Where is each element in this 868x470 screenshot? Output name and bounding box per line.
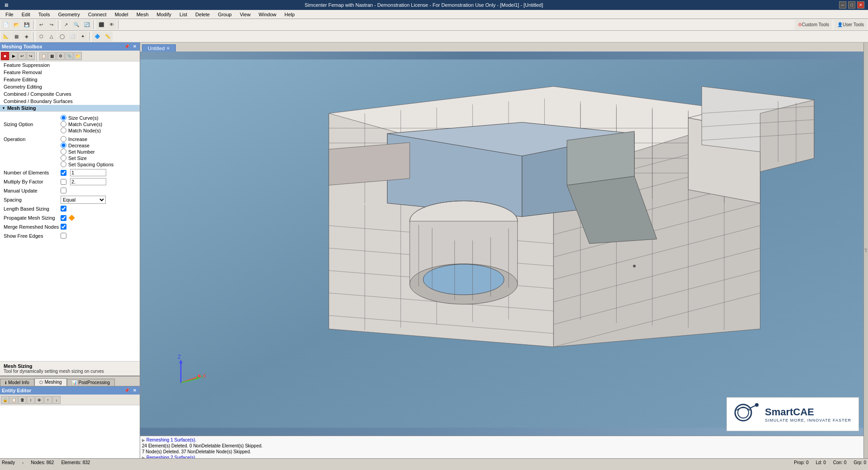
merge-nodes-checkbox[interactable]	[61, 224, 66, 230]
postprocessing-tab[interactable]: 📊 PostProcessing	[67, 379, 115, 386]
tb2-btn4[interactable]: ⬡	[36, 32, 46, 42]
menu-item-modify[interactable]: Modify	[153, 11, 175, 18]
toolbox-btn3[interactable]: ↪	[27, 52, 35, 60]
tree-item-feature-removal[interactable]: Feature Removal	[0, 69, 140, 76]
tb2-btn6[interactable]: ◯	[57, 32, 67, 42]
panel-pin-button[interactable]: 📌	[123, 44, 131, 49]
new-button[interactable]: 📄	[1, 20, 11, 30]
viewport-tab-untitled[interactable]: Untitled ✕	[142, 44, 176, 52]
num-elements-input[interactable]	[70, 169, 106, 176]
user-tools-button[interactable]: 👤 User Tools	[834, 20, 867, 30]
minimize-button[interactable]: ─	[839, 1, 846, 9]
info-description: Tool for dynamically setting mesh sizing…	[4, 369, 136, 374]
entity-editor-close[interactable]: ✕	[132, 388, 138, 393]
save-button[interactable]: 💾	[22, 20, 32, 30]
multiply-factor-input[interactable]	[70, 178, 106, 185]
select-button[interactable]: ↗	[61, 20, 71, 30]
svg-marker-57	[567, 132, 634, 185]
view-button[interactable]: 👁	[107, 20, 117, 30]
decrease-radio[interactable]	[61, 142, 66, 148]
menu-item-connect[interactable]: Connect	[85, 11, 110, 18]
menu-item-model[interactable]: Model	[111, 11, 132, 18]
manual-update-checkbox[interactable]	[61, 188, 66, 193]
tree-item-feature-suppression[interactable]: Feature Suppression	[0, 61, 140, 69]
menu-item-window[interactable]: Window	[255, 11, 280, 18]
propagate-checkbox[interactable]	[61, 215, 66, 221]
maximize-button[interactable]: □	[848, 1, 855, 9]
menu-item-tools[interactable]: Tools	[35, 11, 54, 18]
increase-radio[interactable]	[61, 136, 66, 142]
output-line-3: 7 Node(s) Deleted. 37 NonDeletable Node(…	[142, 449, 862, 455]
undo-button[interactable]: ↩	[36, 20, 46, 30]
tree-item-composite-curves[interactable]: Combined / Composite Curves	[0, 90, 140, 98]
tb2-btn10[interactable]: 📏	[103, 32, 113, 42]
mesh-sizing-section-header[interactable]: Mesh Sizing	[0, 105, 140, 111]
separator-4	[118, 20, 120, 29]
open-button[interactable]: 📂	[11, 20, 21, 30]
spacing-select[interactable]: Equal Unequal	[61, 196, 106, 204]
mesh-button[interactable]: ⬛	[96, 20, 106, 30]
size-curve-radio[interactable]	[61, 115, 66, 121]
status-ready: Ready	[2, 460, 15, 465]
tab-close-icon[interactable]: ✕	[166, 46, 170, 51]
ee-up-btn[interactable]: ↑	[44, 396, 52, 404]
multiply-factor-checkbox[interactable]	[61, 179, 66, 185]
ee-lock-btn[interactable]: 🔒	[1, 396, 9, 404]
ee-sort-btn[interactable]: ↕	[27, 396, 35, 404]
panel-close-button[interactable]: ✕	[132, 44, 138, 49]
tb2-btn3[interactable]: ◈	[22, 32, 32, 42]
redo-button[interactable]: ↪	[47, 20, 57, 30]
custom-tools-button[interactable]: ⚙ Custom Tools	[795, 20, 832, 30]
rotate-button[interactable]: 🔄	[82, 20, 92, 30]
toolbox-btn1[interactable]: ▶	[9, 52, 18, 60]
toolbox-btn8[interactable]: 📁	[74, 52, 82, 60]
menu-item-list[interactable]: List	[176, 11, 191, 18]
length-based-checkbox[interactable]	[61, 206, 66, 212]
toolbox-btn7[interactable]: 📎	[65, 52, 73, 60]
multiply-factor-value-group	[61, 178, 138, 185]
close-button[interactable]: ✕	[857, 1, 864, 9]
tb2-btn1[interactable]: 📐	[1, 32, 11, 42]
toolbox-btn2[interactable]: ↩	[18, 52, 26, 60]
tree-item-feature-editing[interactable]: Feature Editing	[0, 76, 140, 83]
menu-item-help[interactable]: Help	[281, 11, 298, 18]
propagate-indicator[interactable]: 🔶	[68, 215, 75, 221]
menu-item-mesh[interactable]: Mesh	[133, 11, 152, 18]
match-curve-radio[interactable]	[61, 121, 66, 127]
toolbox-btn6[interactable]: ⚙	[57, 52, 65, 60]
menu-item-view[interactable]: View	[236, 11, 254, 18]
zoom-button[interactable]: 🔍	[71, 20, 81, 30]
tb2-btn2[interactable]: ▦	[11, 32, 21, 42]
tb2-btn8[interactable]: ✦	[78, 32, 88, 42]
toolbar-row-2: 📐 ▦ ◈ ⬡ △ ◯ ⬜ ✦ 🔷 📏	[0, 31, 868, 42]
menu-item-file[interactable]: File	[2, 11, 17, 18]
tb2-btn9[interactable]: 🔷	[92, 32, 102, 42]
ee-filter-btn[interactable]: ⊕	[35, 396, 43, 404]
tb2-btn7[interactable]: ⬜	[67, 32, 77, 42]
show-free-edges-checkbox[interactable]	[61, 233, 66, 239]
ee-delete-btn[interactable]: 🗑	[18, 396, 26, 404]
ee-copy-btn[interactable]: 📋	[9, 396, 18, 404]
tree-item-geometry-editing[interactable]: Geometry Editing	[0, 83, 140, 90]
toolbox-btn5[interactable]: ▦	[48, 52, 56, 60]
menu-item-delete[interactable]: Delete	[192, 11, 213, 18]
meshing-tab[interactable]: ⬡ Meshing	[34, 378, 67, 386]
toolbox-red-btn[interactable]: ■	[1, 52, 9, 60]
menu-item-geometry[interactable]: Geometry	[54, 11, 83, 18]
smartcae-logo: SmartCAE SIMULATE MORE, INNOVATE FASTER	[726, 397, 859, 431]
ee-down-btn[interactable]: ↓	[52, 396, 61, 404]
svg-point-68	[633, 265, 636, 268]
set-number-radio[interactable]	[61, 149, 66, 155]
entity-editor-pin[interactable]: 📌	[123, 388, 131, 393]
num-elements-checkbox[interactable]	[61, 170, 66, 176]
set-spacing-radio[interactable]	[61, 161, 66, 167]
match-node-radio[interactable]	[61, 127, 66, 133]
model-info-tab[interactable]: ℹ Model Info	[0, 379, 34, 386]
set-size-radio[interactable]	[61, 155, 66, 161]
toolbox-btn4[interactable]: 📋	[39, 52, 47, 60]
viewport-3d[interactable]: X Y Z	[140, 52, 863, 436]
tree-item-boundary-surfaces[interactable]: Combined / Boundary Surfaces	[0, 98, 140, 105]
menu-item-edit[interactable]: Edit	[18, 11, 34, 18]
menu-item-group[interactable]: Group	[214, 11, 236, 18]
tb2-btn5[interactable]: △	[47, 32, 57, 42]
